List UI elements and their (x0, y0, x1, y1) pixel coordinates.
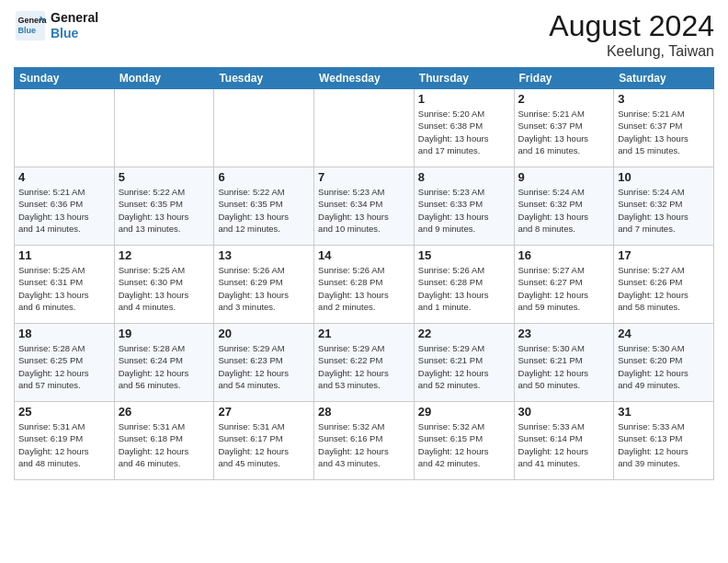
day-cell (15, 89, 115, 167)
day-cell: 14Sunrise: 5:26 AM Sunset: 6:28 PM Dayli… (314, 246, 415, 324)
day-info: Sunrise: 5:29 AM Sunset: 6:23 PM Dayligh… (218, 342, 310, 391)
day-info: Sunrise: 5:26 AM Sunset: 6:29 PM Dayligh… (218, 264, 310, 313)
col-header-thursday: Thursday (414, 68, 514, 89)
col-header-sunday: Sunday (15, 68, 115, 89)
day-info: Sunrise: 5:31 AM Sunset: 6:19 PM Dayligh… (18, 420, 110, 469)
day-number: 5 (119, 170, 210, 184)
day-cell: 19Sunrise: 5:28 AM Sunset: 6:24 PM Dayli… (114, 324, 214, 402)
day-number: 16 (518, 248, 610, 262)
day-number: 12 (119, 248, 210, 262)
logo-general: General (51, 10, 98, 26)
day-cell: 13Sunrise: 5:26 AM Sunset: 6:29 PM Dayli… (214, 246, 314, 324)
week-row-5: 25Sunrise: 5:31 AM Sunset: 6:19 PM Dayli… (15, 402, 714, 480)
day-cell: 4Sunrise: 5:21 AM Sunset: 6:36 PM Daylig… (15, 167, 115, 246)
day-number: 14 (318, 248, 410, 262)
day-cell: 30Sunrise: 5:33 AM Sunset: 6:14 PM Dayli… (514, 402, 614, 480)
day-number: 26 (119, 405, 210, 419)
day-cell: 2Sunrise: 5:21 AM Sunset: 6:37 PM Daylig… (514, 89, 614, 167)
day-cell: 16Sunrise: 5:27 AM Sunset: 6:27 PM Dayli… (514, 246, 614, 324)
day-info: Sunrise: 5:31 AM Sunset: 6:17 PM Dayligh… (218, 420, 310, 469)
week-row-4: 18Sunrise: 5:28 AM Sunset: 6:25 PM Dayli… (15, 324, 714, 402)
day-info: Sunrise: 5:20 AM Sunset: 6:38 PM Dayligh… (418, 108, 510, 156)
day-number: 30 (518, 405, 610, 419)
day-cell: 11Sunrise: 5:25 AM Sunset: 6:31 PM Dayli… (15, 246, 115, 324)
day-cell (114, 89, 214, 167)
day-number: 22 (418, 327, 510, 340)
day-cell: 18Sunrise: 5:28 AM Sunset: 6:25 PM Dayli… (15, 324, 115, 402)
day-number: 11 (18, 248, 110, 262)
day-info: Sunrise: 5:22 AM Sunset: 6:35 PM Dayligh… (218, 186, 310, 235)
day-number: 2 (518, 92, 610, 106)
day-number: 29 (418, 405, 510, 419)
page: General Blue General Blue August 2024 Ke… (0, 0, 728, 489)
day-cell: 10Sunrise: 5:24 AM Sunset: 6:32 PM Dayli… (614, 167, 714, 246)
day-cell: 21Sunrise: 5:29 AM Sunset: 6:22 PM Dayli… (314, 324, 415, 402)
day-info: Sunrise: 5:23 AM Sunset: 6:34 PM Dayligh… (318, 186, 410, 235)
day-number: 15 (418, 248, 510, 262)
day-info: Sunrise: 5:22 AM Sunset: 6:35 PM Dayligh… (119, 186, 210, 235)
day-cell: 7Sunrise: 5:23 AM Sunset: 6:34 PM Daylig… (314, 167, 415, 246)
day-cell: 22Sunrise: 5:29 AM Sunset: 6:21 PM Dayli… (414, 324, 514, 402)
day-number: 3 (618, 92, 710, 106)
logo: General Blue General Blue (14, 9, 98, 42)
day-info: Sunrise: 5:33 AM Sunset: 6:13 PM Dayligh… (618, 420, 710, 469)
day-number: 1 (418, 92, 510, 106)
header-row: SundayMondayTuesdayWednesdayThursdayFrid… (15, 68, 714, 89)
col-header-wednesday: Wednesday (314, 68, 415, 89)
day-cell: 27Sunrise: 5:31 AM Sunset: 6:17 PM Dayli… (214, 402, 314, 480)
day-info: Sunrise: 5:24 AM Sunset: 6:32 PM Dayligh… (518, 186, 610, 235)
day-info: Sunrise: 5:21 AM Sunset: 6:36 PM Dayligh… (18, 186, 110, 235)
day-info: Sunrise: 5:28 AM Sunset: 6:24 PM Dayligh… (119, 342, 210, 391)
day-info: Sunrise: 5:26 AM Sunset: 6:28 PM Dayligh… (318, 264, 410, 313)
col-header-saturday: Saturday (614, 68, 714, 89)
day-number: 13 (218, 248, 310, 262)
location: Keelung, Taiwan (549, 43, 714, 60)
day-cell: 29Sunrise: 5:32 AM Sunset: 6:15 PM Dayli… (414, 402, 514, 480)
day-info: Sunrise: 5:21 AM Sunset: 6:37 PM Dayligh… (618, 108, 710, 156)
day-cell: 9Sunrise: 5:24 AM Sunset: 6:32 PM Daylig… (514, 167, 614, 246)
day-number: 25 (18, 405, 110, 419)
col-header-monday: Monday (114, 68, 214, 89)
day-number: 6 (218, 170, 310, 184)
logo-blue: Blue (51, 26, 98, 41)
day-info: Sunrise: 5:33 AM Sunset: 6:14 PM Dayligh… (518, 420, 610, 469)
month-title: August 2024 (549, 9, 714, 43)
day-number: 19 (119, 327, 210, 340)
day-number: 31 (618, 405, 710, 419)
day-info: Sunrise: 5:27 AM Sunset: 6:27 PM Dayligh… (518, 264, 610, 313)
day-number: 10 (618, 170, 710, 184)
day-info: Sunrise: 5:29 AM Sunset: 6:22 PM Dayligh… (318, 342, 410, 391)
day-number: 17 (618, 248, 710, 262)
logo-icon: General Blue (14, 9, 47, 42)
svg-text:Blue: Blue (18, 26, 37, 35)
title-block: August 2024 Keelung, Taiwan (549, 9, 714, 60)
day-info: Sunrise: 5:27 AM Sunset: 6:26 PM Dayligh… (618, 264, 710, 313)
day-cell: 12Sunrise: 5:25 AM Sunset: 6:30 PM Dayli… (114, 246, 214, 324)
week-row-1: 1Sunrise: 5:20 AM Sunset: 6:38 PM Daylig… (15, 89, 714, 167)
header: General Blue General Blue August 2024 Ke… (14, 9, 714, 60)
day-cell: 6Sunrise: 5:22 AM Sunset: 6:35 PM Daylig… (214, 167, 314, 246)
day-cell (214, 89, 314, 167)
day-cell: 17Sunrise: 5:27 AM Sunset: 6:26 PM Dayli… (614, 246, 714, 324)
day-info: Sunrise: 5:32 AM Sunset: 6:15 PM Dayligh… (418, 420, 510, 469)
day-cell: 15Sunrise: 5:26 AM Sunset: 6:28 PM Dayli… (414, 246, 514, 324)
day-cell: 31Sunrise: 5:33 AM Sunset: 6:13 PM Dayli… (614, 402, 714, 480)
day-cell: 26Sunrise: 5:31 AM Sunset: 6:18 PM Dayli… (114, 402, 214, 480)
day-cell: 1Sunrise: 5:20 AM Sunset: 6:38 PM Daylig… (414, 89, 514, 167)
day-number: 7 (318, 170, 410, 184)
day-cell: 3Sunrise: 5:21 AM Sunset: 6:37 PM Daylig… (614, 89, 714, 167)
day-info: Sunrise: 5:28 AM Sunset: 6:25 PM Dayligh… (18, 342, 110, 391)
day-number: 21 (318, 327, 410, 340)
day-info: Sunrise: 5:32 AM Sunset: 6:16 PM Dayligh… (318, 420, 410, 469)
day-cell: 5Sunrise: 5:22 AM Sunset: 6:35 PM Daylig… (114, 167, 214, 246)
day-number: 9 (518, 170, 610, 184)
day-number: 8 (418, 170, 510, 184)
day-number: 23 (518, 327, 610, 340)
day-info: Sunrise: 5:25 AM Sunset: 6:30 PM Dayligh… (119, 264, 210, 313)
calendar-table: SundayMondayTuesdayWednesdayThursdayFrid… (14, 67, 714, 480)
day-number: 28 (318, 405, 410, 419)
day-number: 20 (218, 327, 310, 340)
day-info: Sunrise: 5:30 AM Sunset: 6:21 PM Dayligh… (518, 342, 610, 391)
day-info: Sunrise: 5:25 AM Sunset: 6:31 PM Dayligh… (18, 264, 110, 313)
day-cell: 23Sunrise: 5:30 AM Sunset: 6:21 PM Dayli… (514, 324, 614, 402)
